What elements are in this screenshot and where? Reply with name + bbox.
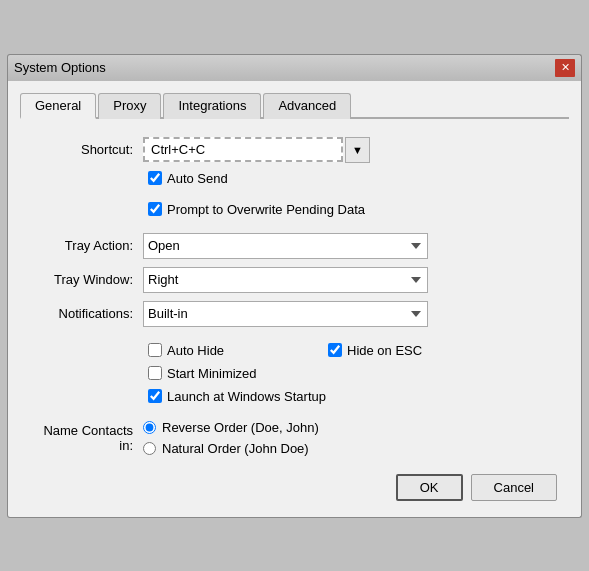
reverse-order-radio[interactable] — [143, 421, 156, 434]
launch-startup-row: Launch at Windows Startup — [28, 389, 561, 404]
start-minimized-row: Start Minimized — [28, 366, 561, 381]
tray-window-row: Tray Window: Right Left Center — [28, 267, 561, 293]
auto-send-checkbox[interactable] — [148, 171, 162, 185]
hide-on-esc-checkbox[interactable] — [328, 343, 342, 357]
natural-order-radio[interactable] — [143, 442, 156, 455]
shortcut-label: Shortcut: — [28, 142, 143, 157]
name-contacts-control: Reverse Order (Doe, John) Natural Order … — [143, 420, 561, 456]
tab-bar: General Proxy Integrations Advanced — [20, 91, 569, 119]
notifications-row: Notifications: Built-in System None — [28, 301, 561, 327]
tray-action-label: Tray Action: — [28, 238, 143, 253]
tray-action-select[interactable]: Open Minimize Close — [143, 233, 428, 259]
shortcut-dropdown-btn[interactable]: ▼ — [345, 137, 370, 163]
tab-general[interactable]: General — [20, 93, 96, 119]
notifications-label: Notifications: — [28, 306, 143, 321]
prompt-checkbox-label[interactable]: Prompt to Overwrite Pending Data — [148, 202, 365, 217]
name-contacts-row: Name Contacts in: Reverse Order (Doe, Jo… — [28, 420, 561, 456]
auto-hide-checkbox[interactable] — [148, 343, 162, 357]
tray-action-control: Open Minimize Close — [143, 233, 561, 259]
button-row: OK Cancel — [28, 474, 561, 501]
launch-startup-checkbox[interactable] — [148, 389, 162, 403]
hide-on-esc-checkbox-label[interactable]: Hide on ESC — [328, 343, 422, 358]
auto-hide-checkbox-label[interactable]: Auto Hide — [148, 343, 328, 358]
natural-order-radio-label[interactable]: Natural Order (John Doe) — [143, 441, 319, 456]
dialog-title: System Options — [14, 60, 106, 75]
tray-window-control: Right Left Center — [143, 267, 561, 293]
system-options-dialog: System Options ✕ General Proxy Integrati… — [7, 54, 582, 518]
auto-send-control: Auto Send — [148, 171, 561, 186]
auto-send-row: Auto Send — [28, 171, 561, 186]
shortcut-control: ▼ — [143, 137, 561, 163]
start-minimized-checkbox-label[interactable]: Start Minimized — [148, 366, 257, 381]
launch-startup-checkbox-label[interactable]: Launch at Windows Startup — [148, 389, 326, 404]
tab-advanced[interactable]: Advanced — [263, 93, 351, 119]
tray-window-select[interactable]: Right Left Center — [143, 267, 428, 293]
shortcut-row: Shortcut: ▼ — [28, 137, 561, 163]
notifications-select[interactable]: Built-in System None — [143, 301, 428, 327]
start-minimized-checkbox[interactable] — [148, 366, 162, 380]
title-bar: System Options ✕ — [7, 54, 582, 81]
shortcut-input[interactable] — [143, 137, 343, 162]
prompt-control: Prompt to Overwrite Pending Data — [148, 202, 561, 217]
auto-send-checkbox-label[interactable]: Auto Send — [148, 171, 228, 186]
reverse-order-radio-label[interactable]: Reverse Order (Doe, John) — [143, 420, 319, 435]
prompt-checkbox[interactable] — [148, 202, 162, 216]
tab-integrations[interactable]: Integrations — [163, 93, 261, 119]
close-button[interactable]: ✕ — [555, 59, 575, 77]
tab-proxy[interactable]: Proxy — [98, 93, 161, 119]
name-contacts-label: Name Contacts in: — [28, 423, 143, 453]
auto-hide-row: Auto Hide Hide on ESC — [28, 343, 561, 358]
tray-action-row: Tray Action: Open Minimize Close — [28, 233, 561, 259]
hide-on-esc-control: Hide on ESC — [328, 343, 422, 358]
launch-startup-control: Launch at Windows Startup — [148, 389, 561, 404]
start-minimized-control: Start Minimized — [148, 366, 561, 381]
name-contacts-radio-group: Reverse Order (Doe, John) Natural Order … — [143, 420, 319, 456]
tray-window-label: Tray Window: — [28, 272, 143, 287]
cancel-button[interactable]: Cancel — [471, 474, 557, 501]
prompt-row: Prompt to Overwrite Pending Data — [28, 202, 561, 217]
dialog-body: General Proxy Integrations Advanced Shor… — [7, 81, 582, 518]
two-col-check-row: Auto Hide Hide on ESC — [148, 343, 422, 358]
notifications-control: Built-in System None — [143, 301, 561, 327]
auto-hide-control: Auto Hide — [148, 343, 328, 358]
ok-button[interactable]: OK — [396, 474, 463, 501]
form-content: Shortcut: ▼ Auto Send — [20, 133, 569, 505]
